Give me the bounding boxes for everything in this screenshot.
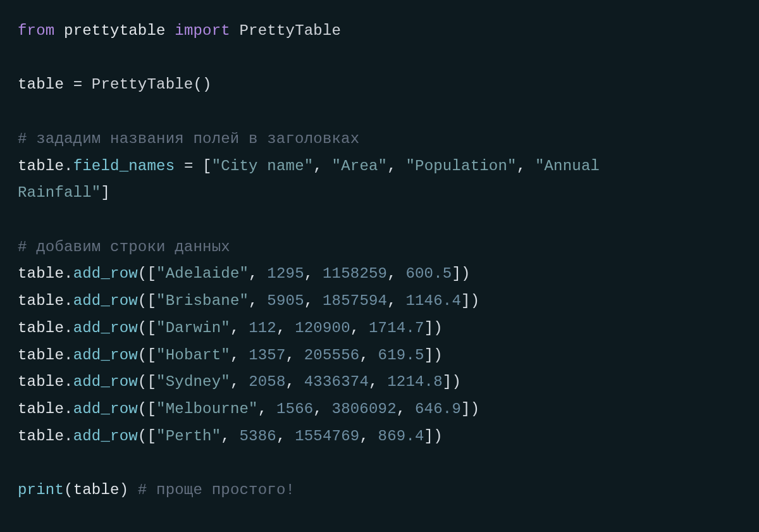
number-literal: 1295 xyxy=(267,265,304,282)
var-table: table xyxy=(18,400,64,418)
bracket-open: [ xyxy=(147,373,156,390)
paren-close: ) xyxy=(433,428,443,445)
var-table: table xyxy=(18,428,64,445)
string-literal: "Hobart" xyxy=(156,347,230,364)
var-table: table xyxy=(18,76,64,93)
paren-open: ( xyxy=(138,373,147,390)
method-add-row: add_row xyxy=(73,400,138,418)
paren-open: ( xyxy=(64,481,73,498)
comma: , xyxy=(221,428,230,445)
string-literal: "Darwin" xyxy=(156,319,230,337)
bracket-open: [ xyxy=(202,158,212,175)
comma: , xyxy=(304,292,314,309)
keyword-from: from xyxy=(18,22,54,39)
paren-close: ) xyxy=(433,319,443,337)
comma: , xyxy=(286,373,295,390)
string-literal: "City name" xyxy=(212,158,314,175)
number-literal: 1158259 xyxy=(323,265,387,282)
attr-field-names: field_names xyxy=(73,158,175,175)
number-literal: 2058 xyxy=(249,373,285,390)
bracket-open: [ xyxy=(147,428,156,445)
comma: , xyxy=(313,158,323,175)
comma: , xyxy=(313,400,323,418)
var-table: table xyxy=(18,158,64,175)
bracket-close: ] xyxy=(424,319,434,337)
bracket-open: [ xyxy=(147,319,156,337)
code-block: from prettytable import PrettyTable tabl… xyxy=(0,0,759,504)
number-literal: 3806092 xyxy=(332,400,397,418)
paren-open: ( xyxy=(193,76,202,93)
string-literal: "Perth" xyxy=(156,428,221,445)
bracket-close: ] xyxy=(424,347,434,364)
comma: , xyxy=(286,347,295,364)
bracket-open: [ xyxy=(147,265,156,282)
string-literal: "Area" xyxy=(332,158,388,175)
method-add-row: add_row xyxy=(73,347,138,364)
call-prettytable: PrettyTable xyxy=(92,76,194,93)
comma: , xyxy=(359,347,369,364)
number-literal: 112 xyxy=(249,319,276,337)
bracket-close: ] xyxy=(452,265,461,282)
comma: , xyxy=(397,400,406,418)
paren-open: ( xyxy=(138,319,147,337)
bracket-close: ] xyxy=(443,373,452,390)
number-literal: 205556 xyxy=(304,347,360,364)
number-literal: 1357 xyxy=(249,347,285,364)
comma: , xyxy=(387,292,397,309)
string-literal: "Brisbane" xyxy=(156,292,249,309)
paren-close: ) xyxy=(461,265,471,282)
comma: , xyxy=(249,292,258,309)
comma: , xyxy=(230,373,240,390)
comma: , xyxy=(387,265,397,282)
string-literal: "Melbourne" xyxy=(156,400,258,418)
paren-open: ( xyxy=(138,265,147,282)
var-table: table xyxy=(18,373,64,390)
class-name: PrettyTable xyxy=(240,22,342,39)
var-table: table xyxy=(18,292,64,309)
paren-open: ( xyxy=(138,347,147,364)
number-literal: 1214.8 xyxy=(387,373,443,390)
comma: , xyxy=(276,319,286,337)
string-literal: "Adelaide" xyxy=(156,265,249,282)
bracket-close: ] xyxy=(424,428,434,445)
comma: , xyxy=(350,319,360,337)
paren-close: ) xyxy=(471,400,480,418)
bracket-close: ] xyxy=(461,400,471,418)
keyword-import: import xyxy=(175,22,230,39)
var-table: table xyxy=(18,319,64,337)
comma: , xyxy=(249,265,258,282)
paren-close: ) xyxy=(452,373,461,390)
paren-open: ( xyxy=(138,400,147,418)
string-literal: "Population" xyxy=(405,158,516,175)
method-add-row: add_row xyxy=(73,319,138,337)
comma: , xyxy=(230,347,240,364)
number-literal: 1554769 xyxy=(295,428,359,445)
comma: , xyxy=(304,265,314,282)
number-literal: 1714.7 xyxy=(369,319,424,337)
paren-close: ) xyxy=(202,76,212,93)
comma: , xyxy=(369,373,378,390)
number-literal: 646.9 xyxy=(415,400,461,418)
var-table: table xyxy=(18,347,64,364)
bracket-open: [ xyxy=(147,292,156,309)
paren-open: ( xyxy=(138,428,147,445)
method-add-row: add_row xyxy=(73,292,138,309)
comma: , xyxy=(387,158,397,175)
number-literal: 5905 xyxy=(267,292,304,309)
number-literal: 1566 xyxy=(276,400,313,418)
var-table: table xyxy=(18,265,64,282)
call-print: print xyxy=(18,481,64,498)
number-literal: 1857594 xyxy=(323,292,387,309)
number-literal: 5386 xyxy=(240,428,276,445)
comma: , xyxy=(230,319,240,337)
bracket-open: [ xyxy=(147,400,156,418)
var-table: table xyxy=(73,481,120,498)
comma: , xyxy=(359,428,369,445)
paren-close: ) xyxy=(471,292,480,309)
string-literal: Rainfall" xyxy=(18,184,101,201)
comma: , xyxy=(517,158,526,175)
comma: , xyxy=(276,428,286,445)
number-literal: 619.5 xyxy=(378,347,424,364)
number-literal: 120900 xyxy=(295,319,350,337)
comment-line: # зададим названия полей в заголовках xyxy=(18,130,359,147)
